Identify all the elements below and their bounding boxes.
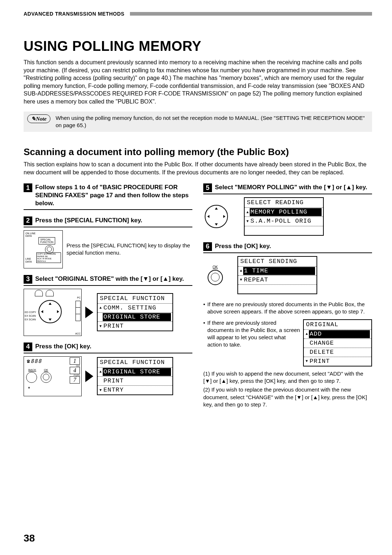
tab-icon (46, 290, 54, 296)
arrow-right-icon (85, 307, 93, 318)
bullet-icon (203, 319, 205, 327)
step-number: 6 (203, 242, 212, 251)
ok-label: OK (208, 265, 223, 269)
bullet-note-with-lcd: If there are previously stored documents… (203, 319, 372, 366)
step-title: Press the [OK] key. (35, 343, 91, 351)
section-heading: Scanning a document into polling memory … (24, 146, 372, 158)
step-1: 1 Follow steps 1 to 4 of "BASIC PROCEDUR… (24, 183, 192, 210)
note-label: ✎Note (27, 114, 50, 123)
lcd-screen: SELECT READING ▲MEMORY POLLING ▼S.A.M-PO… (244, 197, 324, 235)
tab-icon (35, 290, 43, 296)
step-title: Press the [SPECIAL FUNCTION] key. (35, 216, 142, 224)
lcd-screen: ORIGINAL ▲ADD CHANGE DELETE ▼PRINT (303, 319, 372, 366)
ok-button-icon (41, 372, 52, 383)
note-box: ✎Note When using the polling memory func… (24, 112, 372, 132)
header-rule (130, 12, 372, 16)
step-number: 4 (24, 343, 32, 351)
step-title: Select "ORIGINAL STORE" with the [▼] or … (35, 275, 184, 283)
step-title: Select "MEMORY POLLING" with the [▼] or … (215, 183, 367, 191)
control-panel-illustration: ED COPY EX SCAN EX SCAN PC ACC (24, 289, 82, 336)
lcd-screen: SELECT SENDING ▲1 TIME ▼REPEAT (237, 256, 317, 294)
back-button-icon (26, 372, 37, 383)
step-2: 2 Press the [SPECIAL FUNCTION] key. ON L… (24, 216, 192, 268)
step-6: 6 Press the [OK] key. OK SELECT SENDING … (203, 242, 372, 294)
lcd-screen: SPECIAL FUNCTION ▲ORIGINAL STORE PRINT ▼… (97, 357, 173, 395)
step-number: 5 (203, 183, 212, 192)
step-3: 3 Select "ORIGINAL STORE" with the [▼] o… (24, 275, 192, 336)
two-column-steps: 1 Follow steps 1 to 4 of "BASIC PROCEDUR… (24, 183, 372, 408)
page-number: 38 (24, 532, 35, 544)
page: ADVANCED TRANSMISSION METHODS USING POLL… (0, 0, 392, 555)
dpad-icon (38, 300, 62, 323)
step-5: 5 Select "MEMORY POLLING" with the [▼] o… (203, 183, 372, 235)
numbered-note-1: (1) If you wish to append the new docume… (203, 370, 372, 385)
running-header: ADVANCED TRANSMISSION METHODS (24, 11, 372, 17)
bullet-note: If there are no previously stored docume… (203, 301, 372, 316)
dpad-icon (205, 205, 228, 228)
step-body: Press the [SPECIAL FUNCTION] key to disp… (66, 242, 192, 257)
step-title: Follow steps 1 to 4 of "BASIC PROCEDURE … (35, 183, 192, 207)
note-text: When using the polling memory function, … (56, 114, 368, 129)
control-panel-illustration: ON LINE DATA SPECIAL FUNCTION LINE DATA … (24, 230, 63, 268)
step-number: 2 (24, 216, 32, 225)
step-4: 4 Press the [OK] key. ☎888 BACK OK ▲ (24, 343, 192, 396)
numbered-note-2: (2) If you wish to replace the previous … (203, 386, 372, 408)
ok-button-icon (208, 270, 223, 285)
control-panel-illustration: ☎888 BACK OK ▲ 1 GHI 4 PQRS (24, 356, 82, 396)
step-number: 3 (24, 275, 32, 284)
page-title: USING POLLING MEMORY (24, 39, 372, 54)
intro-paragraph: This function sends a document previousl… (24, 58, 372, 106)
left-column: 1 Follow steps 1 to 4 of "BASIC PROCEDUR… (24, 183, 192, 408)
right-column: 5 Select "MEMORY POLLING" with the [▼] o… (203, 183, 372, 408)
step-number: 1 (24, 183, 32, 192)
section-intro: This section explains how to scan a docu… (24, 161, 372, 176)
header-text: ADVANCED TRANSMISSION METHODS (24, 11, 124, 17)
lcd-screen: SPECIAL FUNCTION ▲COMM. SETTING ORIGINAL… (97, 293, 173, 331)
step-title: Press the [OK] key. (215, 242, 271, 250)
arrow-right-icon (85, 370, 93, 382)
bullet-icon (203, 301, 205, 316)
